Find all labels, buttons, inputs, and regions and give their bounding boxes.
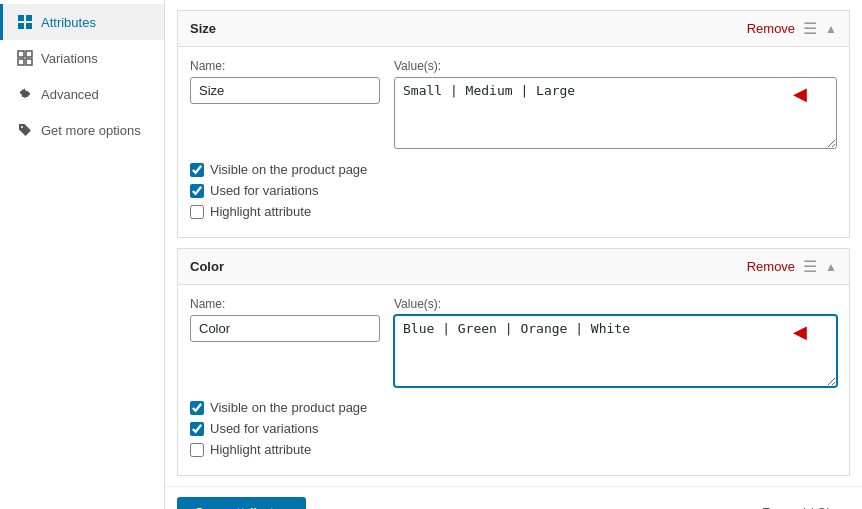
color-variations-label: Used for variations <box>210 421 318 436</box>
color-visible-checkbox[interactable] <box>190 401 204 415</box>
size-values-label: Value(s): <box>394 59 837 73</box>
size-visible-checkbox-row[interactable]: Visible on the product page <box>190 162 837 177</box>
color-header-actions: Remove ☰ ▲ <box>747 257 837 276</box>
color-highlight-checkbox-row[interactable]: Highlight attribute <box>190 442 837 457</box>
attribute-header-size: Size Remove ☰ ▲ <box>178 11 849 47</box>
size-visible-checkbox[interactable] <box>190 163 204 177</box>
tag-icon <box>17 122 33 138</box>
variations-icon <box>17 50 33 66</box>
attribute-block-color: Color Remove ☰ ▲ Name: Value(s): <box>177 248 850 476</box>
attribute-body-size: Name: Value(s): Small | Medium | Large ◀… <box>178 47 849 237</box>
color-values-label: Value(s): <box>394 297 837 311</box>
svg-rect-3 <box>26 23 32 29</box>
size-variations-checkbox[interactable] <box>190 184 204 198</box>
svg-rect-2 <box>18 23 24 29</box>
size-values-wrapper: Small | Medium | Large ◀ <box>394 77 837 152</box>
sidebar-item-attributes-label: Attributes <box>41 15 96 30</box>
color-remove-link[interactable]: Remove <box>747 259 795 274</box>
size-highlight-label: Highlight attribute <box>210 204 311 219</box>
size-name-input[interactable] <box>190 77 380 104</box>
color-values-wrapper: Blue | Green | Orange | White ◀ <box>394 315 837 390</box>
size-remove-link[interactable]: Remove <box>747 21 795 36</box>
size-fields: Name: Value(s): Small | Medium | Large ◀ <box>190 59 837 152</box>
size-name-label: Name: <box>190 59 380 73</box>
color-variations-checkbox-row[interactable]: Used for variations <box>190 421 837 436</box>
size-highlight-checkbox-row[interactable]: Highlight attribute <box>190 204 837 219</box>
color-visible-label: Visible on the product page <box>210 400 367 415</box>
color-highlight-label: Highlight attribute <box>210 442 311 457</box>
sidebar-item-attributes[interactable]: Attributes <box>0 4 164 40</box>
size-variations-checkbox-row[interactable]: Used for variations <box>190 183 837 198</box>
size-drag-handle[interactable]: ☰ <box>803 19 817 38</box>
svg-rect-7 <box>26 59 32 65</box>
size-visible-label: Visible on the product page <box>210 162 367 177</box>
sidebar-item-variations-label: Variations <box>41 51 98 66</box>
main-content: Size Remove ☰ ▲ Name: Value(s): <box>165 0 862 509</box>
svg-rect-1 <box>26 15 32 21</box>
save-attributes-button[interactable]: Save attributes <box>177 497 306 509</box>
svg-rect-6 <box>18 59 24 65</box>
color-highlight-checkbox[interactable] <box>190 443 204 457</box>
size-collapse-button[interactable]: ▲ <box>825 22 837 36</box>
sidebar-item-get-more-options[interactable]: Get more options <box>0 112 164 148</box>
color-collapse-button[interactable]: ▲ <box>825 260 837 274</box>
sidebar-item-advanced-label: Advanced <box>41 87 99 102</box>
attribute-block-size: Size Remove ☰ ▲ Name: Value(s): <box>177 10 850 238</box>
color-values-group: Value(s): Blue | Green | Orange | White … <box>394 297 837 390</box>
size-highlight-checkbox[interactable] <box>190 205 204 219</box>
svg-rect-4 <box>18 51 24 57</box>
color-visible-checkbox-row[interactable]: Visible on the product page <box>190 400 837 415</box>
attribute-body-color: Name: Value(s): Blue | Green | Orange | … <box>178 285 849 475</box>
size-name-group: Name: <box>190 59 380 152</box>
sidebar-item-variations[interactable]: Variations <box>0 40 164 76</box>
color-fields: Name: Value(s): Blue | Green | Orange | … <box>190 297 837 390</box>
expand-close-link[interactable]: Expand / Close <box>762 505 850 509</box>
color-drag-handle[interactable]: ☰ <box>803 257 817 276</box>
color-name-group: Name: <box>190 297 380 390</box>
sidebar: Attributes Variations Advanced Get more … <box>0 0 165 509</box>
color-values-textarea[interactable]: Blue | Green | Orange | White <box>394 315 837 387</box>
color-name-label: Name: <box>190 297 380 311</box>
size-values-textarea[interactable]: Small | Medium | Large <box>394 77 837 149</box>
attribute-title-size: Size <box>190 21 216 36</box>
bottom-bar: Save attributes Expand / Close <box>165 486 862 509</box>
attribute-title-color: Color <box>190 259 224 274</box>
gear-icon <box>17 86 33 102</box>
sidebar-item-get-more-options-label: Get more options <box>41 123 141 138</box>
attribute-header-color: Color Remove ☰ ▲ <box>178 249 849 285</box>
color-variations-checkbox[interactable] <box>190 422 204 436</box>
svg-rect-5 <box>26 51 32 57</box>
size-values-group: Value(s): Small | Medium | Large ◀ <box>394 59 837 152</box>
sidebar-item-advanced[interactable]: Advanced <box>0 76 164 112</box>
size-header-actions: Remove ☰ ▲ <box>747 19 837 38</box>
grid-icon <box>17 14 33 30</box>
size-variations-label: Used for variations <box>210 183 318 198</box>
svg-rect-0 <box>18 15 24 21</box>
color-name-input[interactable] <box>190 315 380 342</box>
